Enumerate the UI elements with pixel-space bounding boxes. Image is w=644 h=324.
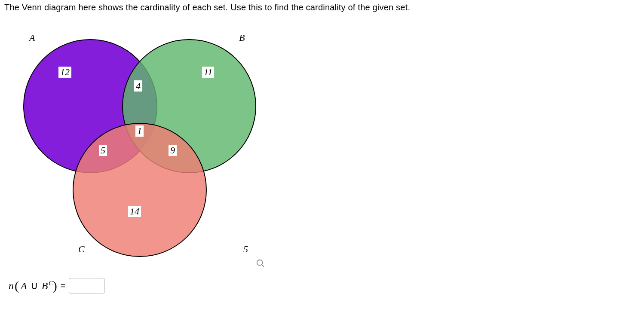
region-ac-only: 5 xyxy=(99,145,107,156)
answer-input[interactable] xyxy=(69,278,105,293)
region-b-only: 11 xyxy=(202,67,214,78)
set-c-label: C xyxy=(78,244,85,255)
expr-superscript: C xyxy=(49,280,52,287)
svg-point-0 xyxy=(257,260,263,266)
expr-union: ∪ xyxy=(31,280,38,292)
region-abc: 1 xyxy=(135,125,144,137)
venn-svg xyxy=(17,20,284,269)
region-c-only: 14 xyxy=(128,206,141,217)
region-outside: 5 xyxy=(243,244,248,255)
circle-c xyxy=(73,123,206,257)
region-a-only: 12 xyxy=(58,67,71,78)
answer-row: n ( A ∪ BC ) = xyxy=(9,278,640,293)
region-ab-only: 4 xyxy=(134,80,142,92)
expr-lparen: ( xyxy=(15,279,19,292)
region-bc-only: 9 xyxy=(169,145,177,156)
set-b-label: B xyxy=(239,32,245,43)
expression: n ( A ∪ BC ) xyxy=(9,279,57,292)
svg-line-1 xyxy=(262,265,264,267)
expr-set-b: B xyxy=(42,280,48,291)
set-a-label: A xyxy=(29,32,35,43)
expr-set-a: A xyxy=(21,280,27,292)
expr-equals: = xyxy=(61,281,66,291)
question-text: The Venn diagram here shows the cardinal… xyxy=(4,3,640,12)
expr-n: n xyxy=(9,280,14,292)
venn-diagram: A B C 12 11 4 1 5 9 14 5 xyxy=(17,20,284,269)
expr-rparen: ) xyxy=(53,279,57,292)
